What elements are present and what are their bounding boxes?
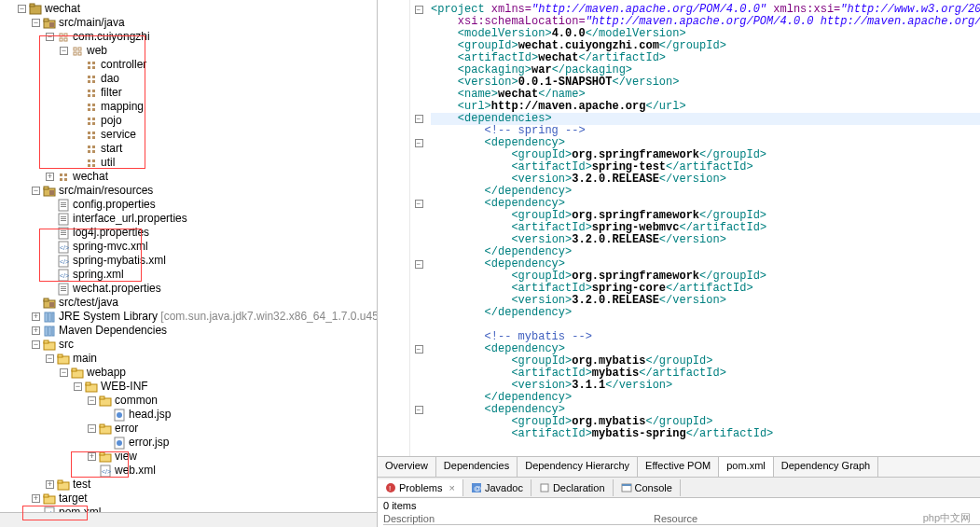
editor-tab-dependency-hierarchy[interactable]: Dependency Hierarchy: [518, 457, 638, 477]
tree-item-service[interactable]: service: [0, 128, 377, 142]
code-editor[interactable]: −−−−−−− <project xmlns="http://maven.apa…: [378, 0, 980, 456]
editor-tab-dependency-graph[interactable]: Dependency Graph: [774, 457, 878, 477]
svg-rect-106: [44, 494, 48, 497]
view-tab-problems[interactable]: !Problems×: [378, 479, 463, 496]
tree-item-web-xml[interactable]: </>web.xml: [0, 464, 377, 478]
project-tree[interactable]: −wechat−src/main/java−com.cuiyongzhi−web…: [0, 0, 377, 512]
tree-item-wechat[interactable]: −wechat: [0, 2, 377, 16]
tree-item-common[interactable]: −common: [0, 394, 377, 408]
view-tabs[interactable]: !Problems×@JavadocDeclarationConsole: [378, 477, 980, 497]
code-area[interactable]: <project xmlns="http://maven.apache.org/…: [427, 0, 980, 456]
tree-item-jre-system-library[interactable]: +JRE System Library [com.sun.java.jdk7.w…: [0, 310, 377, 324]
expander-icon[interactable]: −: [32, 19, 40, 27]
tree-item-com-cuiyongzhi[interactable]: −com.cuiyongzhi: [0, 30, 377, 44]
tree-item-view[interactable]: +view: [0, 450, 377, 464]
expander-icon[interactable]: +: [32, 494, 40, 503]
svg-rect-45: [60, 173, 62, 176]
tree-item-head-jsp[interactable]: head.jsp: [0, 408, 377, 422]
svg-rect-44: [92, 164, 95, 167]
fold-toggle-icon[interactable]: −: [415, 139, 423, 147]
tree-item-dao[interactable]: dao: [0, 72, 377, 86]
tree-label: src/main/resources: [59, 184, 153, 198]
tree-item-error-jsp[interactable]: error.jsp: [0, 436, 377, 450]
expander-icon[interactable]: +: [46, 480, 54, 489]
svg-point-94: [117, 412, 122, 418]
expander-icon: [102, 438, 110, 447]
expander-icon: [74, 75, 82, 83]
tree-item-web[interactable]: −web: [0, 44, 377, 58]
expander-icon[interactable]: −: [88, 424, 96, 433]
problems-columns: Description Resource Path: [383, 513, 980, 525]
fold-toggle-icon[interactable]: −: [415, 115, 423, 123]
svg-rect-14: [92, 62, 95, 64]
tree-item-controller[interactable]: controller: [0, 58, 377, 72]
tree-item-test[interactable]: +test: [0, 478, 377, 492]
svg-rect-50: [44, 187, 48, 189]
tree-item-spring-xml[interactable]: </>spring.xml: [0, 268, 377, 282]
expander-icon[interactable]: +: [46, 173, 54, 181]
fold-toggle-icon[interactable]: −: [415, 260, 423, 269]
svg-rect-8: [64, 38, 67, 41]
expander-icon[interactable]: −: [46, 33, 54, 41]
expander-icon[interactable]: −: [88, 396, 96, 405]
tree-label: error: [115, 422, 138, 436]
fold-toggle-icon[interactable]: −: [415, 406, 423, 414]
tree-label: webapp: [87, 366, 126, 380]
svg-rect-73: [61, 290, 66, 291]
tree-item-src-main-resources[interactable]: −src/main/resources: [0, 184, 377, 198]
tree-item-web-inf[interactable]: −WEB-INF: [0, 380, 377, 394]
tree-item-pom-xml[interactable]: </>pom.xml: [0, 506, 377, 512]
expander-icon[interactable]: −: [60, 368, 68, 377]
project-icon: [29, 3, 42, 16]
svg-rect-40: [92, 150, 95, 153]
editor-tab-pom.xml[interactable]: pom.xml: [719, 457, 774, 477]
expander-icon[interactable]: −: [46, 354, 54, 363]
expander-icon[interactable]: −: [18, 5, 26, 13]
svg-rect-53: [61, 202, 66, 203]
expander-icon: [88, 466, 96, 475]
svg-rect-19: [88, 80, 90, 83]
expander-icon[interactable]: +: [88, 452, 96, 461]
tree-item-mapping[interactable]: mapping: [0, 100, 377, 114]
editor-bottom-tabs[interactable]: OverviewDependenciesDependency Hierarchy…: [378, 456, 980, 477]
tree-item-maven-dependencies[interactable]: +Maven Dependencies: [0, 324, 377, 338]
horizontal-scrollbar[interactable]: [0, 512, 377, 527]
close-icon[interactable]: ×: [449, 482, 454, 493]
fold-toggle-icon[interactable]: −: [415, 6, 423, 14]
expander-icon[interactable]: +: [32, 312, 40, 321]
fold-toggle-icon[interactable]: −: [415, 200, 423, 208]
tree-item-interface-url-properties[interactable]: interface_url.properties: [0, 212, 377, 226]
expander-icon[interactable]: −: [60, 47, 68, 55]
editor-tab-dependencies[interactable]: Dependencies: [436, 457, 518, 477]
tree-item-util[interactable]: util: [0, 156, 377, 170]
tree-label: wechat: [73, 170, 108, 184]
expander-icon[interactable]: −: [74, 382, 82, 391]
expander-icon[interactable]: −: [32, 340, 40, 349]
view-tab-declaration[interactable]: Declaration: [531, 479, 614, 496]
tree-item-pojo[interactable]: pojo: [0, 114, 377, 128]
tree-item-src-main-java[interactable]: −src/main/java: [0, 16, 377, 30]
tree-item-wechat-properties[interactable]: wechat.properties: [0, 282, 377, 296]
editor-tab-effective-pom[interactable]: Effective POM: [638, 457, 719, 477]
fold-column[interactable]: −−−−−−−: [410, 0, 427, 456]
editor-tab-overview[interactable]: Overview: [378, 457, 436, 477]
tree-item-filter[interactable]: filter: [0, 86, 377, 100]
tree-item-spring-mvc-xml[interactable]: </>spring-mvc.xml: [0, 240, 377, 254]
tree-item-error[interactable]: −error: [0, 422, 377, 436]
expander-icon[interactable]: −: [32, 187, 40, 195]
fold-toggle-icon[interactable]: −: [415, 345, 423, 354]
tree-item-spring-mybatis-xml[interactable]: </>spring-mybatis.xml: [0, 254, 377, 268]
tree-item-start[interactable]: start: [0, 142, 377, 156]
expander-icon: [46, 257, 54, 265]
tree-item-config-properties[interactable]: config.properties: [0, 198, 377, 212]
tree-item-wechat[interactable]: +wechat: [0, 170, 377, 184]
tree-item-src-test-java[interactable]: src/test/java: [0, 296, 377, 310]
tree-item-target[interactable]: +target: [0, 492, 377, 506]
view-tab-console[interactable]: Console: [614, 479, 681, 496]
tree-item-src[interactable]: −src: [0, 338, 377, 352]
tree-item-main[interactable]: −main: [0, 352, 377, 366]
expander-icon[interactable]: +: [32, 326, 40, 335]
tree-item-log4j-properties[interactable]: log4j.properties: [0, 226, 377, 240]
view-tab-javadoc[interactable]: @Javadoc: [463, 479, 531, 496]
tree-item-webapp[interactable]: −webapp: [0, 366, 377, 380]
